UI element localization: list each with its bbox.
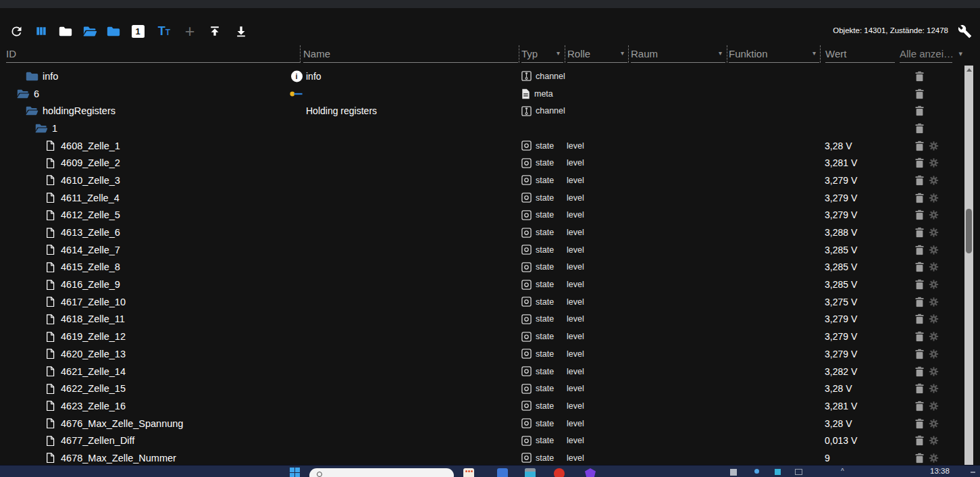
edit-object-button[interactable]: [927, 313, 939, 326]
edit-object-button[interactable]: [927, 347, 939, 360]
scrollbar-thumb[interactable]: [966, 209, 972, 253]
delete-object-button[interactable]: [913, 70, 925, 82]
tray-icon-1[interactable]: [730, 469, 737, 476]
edit-object-button[interactable]: [927, 209, 939, 222]
tree-row-state[interactable]: 4621_Zelle_14 state level 3,282 V: [0, 363, 964, 380]
edit-object-button[interactable]: [927, 399, 939, 412]
delete-object-button[interactable]: [913, 157, 925, 170]
edit-object-button[interactable]: [927, 330, 939, 343]
taskbar-app-terminal[interactable]: [525, 468, 536, 477]
taskbar-app-widgets[interactable]: [463, 468, 474, 477]
edit-object-button[interactable]: [927, 157, 939, 170]
delete-object-button[interactable]: [913, 347, 925, 360]
tree-row-state[interactable]: 4678_Max_Zelle_Nummer state level 9: [0, 449, 964, 467]
delete-object-button[interactable]: [913, 278, 925, 291]
tree-row-state[interactable]: 4619_Zelle_12 state level 3,279 V: [0, 328, 964, 345]
delete-object-button[interactable]: [913, 313, 925, 326]
download-objects-button[interactable]: [232, 22, 251, 41]
tray-icon-2[interactable]: [754, 469, 759, 474]
tree-row-state[interactable]: 4613_Zelle_6 state level 3,288 V: [0, 224, 964, 241]
edit-object-button[interactable]: [927, 139, 939, 152]
edit-object-button[interactable]: [927, 451, 939, 464]
tree-row-folder[interactable]: info i info channel: [0, 68, 964, 85]
function-filter-dropdown[interactable]: Funktion▾: [729, 45, 819, 63]
edit-object-button[interactable]: [927, 226, 939, 239]
delete-object-button[interactable]: [913, 295, 925, 308]
columns-button[interactable]: [32, 22, 51, 41]
tree-row-state[interactable]: 4614_Zelle_7 state level 3,285 V: [0, 241, 964, 259]
edit-object-button[interactable]: [927, 295, 939, 308]
delete-object-button[interactable]: [913, 417, 925, 430]
collapse-all-button[interactable]: [56, 22, 75, 41]
tree-row-state[interactable]: 4617_Zelle_10 state level 3,275 V: [0, 293, 964, 311]
upload-objects-button[interactable]: [205, 22, 224, 41]
vertical-scrollbar[interactable]: [964, 66, 973, 472]
tree-row-state[interactable]: 4618_Zelle_11 state level 3,279 V: [0, 311, 964, 328]
tree-row-folder[interactable]: 1: [0, 120, 964, 137]
edit-object-button[interactable]: [927, 261, 939, 274]
name-filter-input[interactable]: Name: [303, 45, 518, 63]
delete-object-button[interactable]: [913, 122, 925, 134]
edit-object-button[interactable]: [927, 243, 939, 256]
delete-object-button[interactable]: [913, 451, 925, 464]
edit-object-button[interactable]: [927, 174, 939, 186]
room-filter-dropdown[interactable]: Raum▾: [631, 45, 725, 63]
edit-object-button[interactable]: [927, 278, 939, 291]
tree-row-state[interactable]: 4676_Max_Zelle_Spannung state level 3,28…: [0, 415, 964, 432]
show-names-button[interactable]: TT: [155, 22, 174, 41]
delete-object-button[interactable]: [913, 174, 925, 186]
delete-object-button[interactable]: [913, 434, 925, 447]
edit-object-button[interactable]: [927, 434, 939, 447]
show-desktop-edge[interactable]: [971, 472, 975, 473]
edit-object-button[interactable]: [927, 417, 939, 430]
settings-wrench-button[interactable]: [956, 22, 973, 40]
tree-row-state[interactable]: 4612_Zelle_5 state level 3,279 V: [0, 207, 964, 224]
id-filter-input[interactable]: ID: [6, 45, 300, 63]
delete-object-button[interactable]: [913, 87, 925, 100]
tree-row-folder[interactable]: holdingRegisters Holding registers chann…: [0, 102, 964, 120]
tray-icon-4[interactable]: [795, 469, 802, 475]
tree-row-state[interactable]: 4615_Zelle_8 state level 3,285 V: [0, 259, 964, 276]
delete-object-button[interactable]: [913, 330, 925, 343]
taskbar-app-red[interactable]: [554, 468, 565, 477]
scroll-up-arrow[interactable]: [964, 66, 973, 74]
tray-icon-3[interactable]: [775, 469, 781, 475]
delete-object-button[interactable]: [913, 365, 925, 378]
tree-row-state[interactable]: 4609_Zelle_2 state level 3,281 V: [0, 154, 964, 172]
taskbar-search[interactable]: [309, 468, 454, 477]
taskbar-clock[interactable]: 13:38: [930, 467, 950, 475]
tray-expand-caret[interactable]: ^: [841, 468, 844, 475]
tree-row-state[interactable]: 4623_Zelle_16 state level 3,281 V: [0, 397, 964, 415]
delete-object-button[interactable]: [913, 105, 925, 118]
refresh-button[interactable]: [7, 22, 26, 41]
delete-object-button[interactable]: [913, 399, 925, 412]
expand-level-button[interactable]: [104, 22, 123, 41]
tree-row-folder[interactable]: 6 meta: [0, 85, 964, 103]
type-filter-dropdown[interactable]: Typ▾: [521, 45, 563, 63]
role-filter-dropdown[interactable]: Rolle▾: [567, 45, 627, 63]
tree-row-state[interactable]: 4616_Zelle_9 state level 3,285 V: [0, 276, 964, 293]
taskbar-app-purple[interactable]: [585, 468, 596, 477]
delete-object-button[interactable]: [913, 226, 925, 239]
expand-to-level-1-button[interactable]: 1: [128, 22, 147, 41]
delete-object-button[interactable]: [913, 243, 925, 256]
taskbar-app-blue[interactable]: [497, 468, 508, 477]
start-button[interactable]: [290, 468, 300, 477]
delete-object-button[interactable]: [913, 261, 925, 274]
delete-object-button[interactable]: [913, 382, 925, 395]
tree-row-state[interactable]: 4608_Zelle_1 state level 3,28 V: [0, 137, 964, 155]
delete-object-button[interactable]: [913, 139, 925, 152]
tree-row-state[interactable]: 4611_Zelle_4 state level 3,279 V: [0, 189, 964, 207]
add-object-button[interactable]: +: [180, 22, 199, 41]
tree-row-state[interactable]: 4677_Zellen_Diff state level 0,013 V: [0, 432, 964, 449]
delete-object-button[interactable]: [913, 191, 925, 204]
expand-all-button[interactable]: [80, 22, 99, 41]
tree-row-state[interactable]: 4620_Zelle_13 state level 3,279 V: [0, 345, 964, 363]
tree-row-state[interactable]: 4610_Zelle_3 state level 3,279 V: [0, 172, 964, 189]
delete-object-button[interactable]: [913, 209, 925, 222]
edit-object-button[interactable]: [927, 365, 939, 378]
edit-object-button[interactable]: [927, 191, 939, 204]
tree-row-state[interactable]: 4622_Zelle_15 state level 3,28 V: [0, 380, 964, 397]
edit-object-button[interactable]: [927, 382, 939, 395]
display-filter-dropdown[interactable]: Alle anzei…▾: [900, 45, 962, 63]
